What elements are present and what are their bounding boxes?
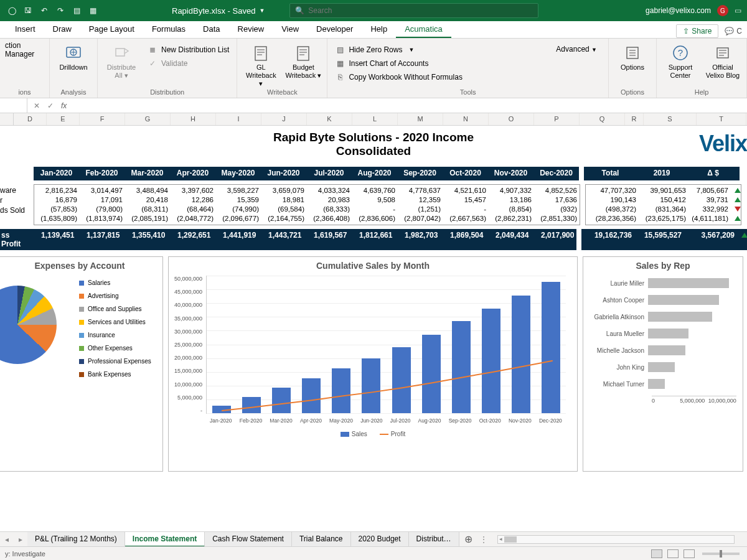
column-header[interactable]: L	[352, 113, 398, 125]
data-cell[interactable]: (8,854)	[489, 205, 532, 214]
data-cell[interactable]: 12,286	[171, 195, 214, 205]
data-cell[interactable]: 39,901,653	[639, 186, 686, 195]
sheet-tab[interactable]: Distribut…	[409, 532, 459, 547]
data-cell[interactable]: (69,584)	[261, 205, 304, 214]
ribbon-tab-data[interactable]: Data	[194, 21, 228, 38]
data-cell[interactable]: (28,236,356)	[586, 214, 636, 223]
column-header[interactable]: J	[261, 113, 307, 125]
cancel-icon[interactable]: ✕	[34, 101, 40, 110]
data-cell[interactable]: 7,805,667	[688, 186, 728, 195]
data-cell[interactable]: 17,636	[534, 195, 577, 205]
data-cell[interactable]: 9,508	[352, 195, 395, 205]
filename[interactable]: RapidByte.xlsx - Saved ▼	[172, 6, 265, 16]
autosave-icon[interactable]: ◯	[7, 6, 16, 15]
data-cell[interactable]: 3,598,227	[216, 186, 259, 195]
data-cell[interactable]: (1,251)	[398, 205, 441, 214]
data-cell[interactable]: (2,862,231)	[489, 214, 532, 223]
data-cell[interactable]: (68,311)	[125, 205, 168, 214]
data-cell[interactable]: (57,853)	[34, 205, 77, 214]
data-cell[interactable]: (2,851,330)	[534, 214, 577, 223]
data-cell[interactable]: (498,372)	[586, 205, 636, 214]
budget-writeback-button[interactable]: BudgetWriteback ▾	[284, 41, 322, 80]
column-header[interactable]: I	[216, 113, 261, 125]
column-header[interactable]: F	[80, 113, 125, 125]
data-cell[interactable]: (68,333)	[307, 205, 350, 214]
column-header[interactable]: P	[534, 113, 580, 125]
ribbon-tab-view[interactable]: View	[273, 21, 308, 38]
zoom-slider[interactable]	[702, 553, 740, 555]
column-header[interactable]: N	[443, 113, 489, 125]
data-cell[interactable]: 13,186	[489, 195, 532, 205]
data-cell[interactable]: (68,464)	[171, 205, 214, 214]
name-box[interactable]	[0, 98, 27, 113]
data-cell[interactable]: -	[443, 205, 486, 214]
page-break-icon[interactable]	[684, 549, 695, 558]
column-header[interactable]: G	[125, 113, 171, 125]
data-cell[interactable]: (79,800)	[80, 205, 123, 214]
tab-more-icon[interactable]: ⋮	[477, 535, 490, 544]
data-cell[interactable]: 17,091	[80, 195, 123, 205]
tab-nav-next[interactable]: ▸	[14, 535, 27, 544]
data-cell[interactable]: -	[352, 205, 395, 214]
gross-total-cell[interactable]: 19,162,736	[581, 229, 634, 250]
drilldown-button[interactable]: Drilldown	[55, 41, 92, 72]
data-cell[interactable]: 4,521,610	[443, 186, 486, 195]
save-icon[interactable]: 🖫	[24, 6, 32, 15]
sheet-tab[interactable]: P&L (Trailing 12 Months)	[27, 532, 125, 547]
data-cell[interactable]: (2,164,755)	[261, 214, 304, 223]
undo-icon[interactable]: ↶	[40, 6, 49, 15]
sheet-tab[interactable]: Trial Balance	[292, 532, 351, 547]
column-header[interactable]: K	[307, 113, 352, 125]
data-cell[interactable]: 3,488,494	[125, 186, 168, 195]
new-distribution-list[interactable]: ≣ New Distribution List	[145, 44, 232, 56]
blog-button[interactable]: OfficialVelixo Blog	[704, 41, 741, 80]
data-cell[interactable]: 20,983	[307, 195, 350, 205]
data-cell[interactable]: (2,048,772)	[171, 214, 214, 223]
ribbon-tab-page-layout[interactable]: Page Layout	[80, 21, 143, 38]
advanced-dropdown[interactable]: Advanced ▼	[556, 41, 603, 54]
gross-cell[interactable]: 1,139,451	[31, 229, 77, 250]
gross-cell[interactable]: 2,017,900	[531, 229, 576, 250]
data-cell[interactable]: 190,143	[586, 195, 636, 205]
sheet-tab[interactable]: Income Statement	[125, 532, 205, 547]
data-cell[interactable]: (2,836,606)	[352, 214, 395, 223]
ribbon-mode-icon[interactable]: ▦	[88, 6, 97, 15]
ribbon-tab-insert[interactable]: Insert	[6, 21, 44, 38]
options-button[interactable]: Options	[614, 41, 651, 72]
column-header[interactable]: T	[697, 113, 746, 125]
data-cell[interactable]: 15,359	[216, 195, 259, 205]
data-cell[interactable]: (2,085,191)	[125, 214, 168, 223]
data-cell[interactable]: 3,397,602	[171, 186, 214, 195]
column-header[interactable]: O	[489, 113, 534, 125]
data-cell[interactable]: (2,096,677)	[216, 214, 259, 223]
gross-cell[interactable]: 1,137,815	[77, 229, 122, 250]
gross-cell[interactable]: 1,982,703	[395, 229, 440, 250]
data-cell[interactable]: 16,879	[34, 195, 77, 205]
data-cell[interactable]: (932)	[534, 205, 577, 214]
touch-mode-icon[interactable]: ▤	[72, 6, 81, 15]
data-cell[interactable]: 4,033,324	[307, 186, 350, 195]
column-header[interactable]: D	[14, 113, 47, 125]
user-email[interactable]: gabriel@velixo.com	[646, 6, 711, 15]
data-cell[interactable]: 47,707,320	[586, 186, 636, 195]
data-cell[interactable]: 18,981	[261, 195, 304, 205]
ribbon-tab-help[interactable]: Help	[362, 21, 396, 38]
column-header[interactable]: R	[625, 113, 644, 125]
gross-cell[interactable]: 2,049,434	[486, 229, 531, 250]
gross-cell[interactable]: 1,619,567	[304, 229, 349, 250]
column-header[interactable]: E	[47, 113, 80, 125]
data-cell[interactable]: (74,990)	[216, 205, 259, 214]
data-cell[interactable]: 15,457	[443, 195, 486, 205]
data-cell[interactable]: 4,639,760	[352, 186, 395, 195]
cumulative-chart[interactable]: Cumulative Sales by Month 50,000,00045,0…	[168, 256, 578, 472]
data-cell[interactable]: 4,778,637	[398, 186, 441, 195]
data-cell[interactable]: (2,366,408)	[307, 214, 350, 223]
data-cell[interactable]: 332,992	[688, 205, 728, 214]
data-cell[interactable]: 39,731	[688, 195, 728, 205]
column-header[interactable]: Q	[580, 113, 625, 125]
data-cell[interactable]: 12,359	[398, 195, 441, 205]
data-cell[interactable]: 3,659,079	[261, 186, 304, 195]
search-input[interactable]	[308, 6, 533, 15]
ribbon-tab-review[interactable]: Review	[229, 21, 273, 38]
data-cell[interactable]: 4,852,526	[534, 186, 577, 195]
